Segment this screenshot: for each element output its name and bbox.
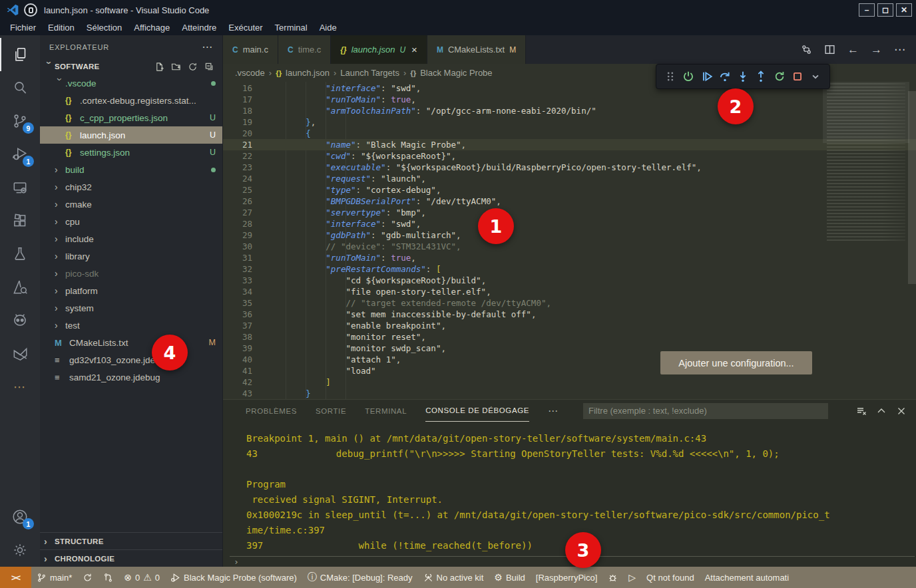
tree-item-c-cpp-properties-json[interactable]: {}c_cpp_properties.jsonU [40,109,222,126]
new-folder-icon[interactable] [171,62,181,72]
menu-terminal[interactable]: Terminal [269,21,314,34]
activity-run-debug[interactable]: 1 [0,138,40,171]
tab-launch-json[interactable]: {} launch.json U × [331,35,427,64]
kit-status[interactable]: No active kit [418,573,489,583]
compare-button[interactable] [98,573,118,583]
add-configuration-button[interactable]: Ajouter une configuration... [660,351,812,374]
menu-fichier[interactable]: Fichier [4,21,42,34]
activity-search[interactable] [0,71,40,104]
sidebar-more-icon[interactable]: ⋯ [202,41,213,53]
editor-scrollbar[interactable] [908,91,916,284]
maximize-button[interactable]: ◻ [877,3,893,17]
activity-more[interactable]: ⋯ [0,370,40,404]
debug-filter-input[interactable] [583,403,828,419]
code-line-28[interactable]: 28 "interface": "swd", [223,218,916,229]
section-structure[interactable]: › STRUCTURE [40,532,222,549]
code-line-30[interactable]: 30 // "device": "STM32L431VC", [223,241,916,252]
attach-status[interactable]: Attachement automati [700,573,794,583]
debug-power-button[interactable] [680,67,696,86]
activity-account[interactable]: 1 [0,500,40,533]
debug-target-status[interactable]: Black Magic Probe (software) [165,573,302,583]
launch-button[interactable]: ▷ [623,572,641,583]
tree-item-chip32[interactable]: ›chip32 [40,178,222,196]
remote-indicator[interactable]: >< [0,567,31,588]
tree-item-launch-json[interactable]: {}launch.jsonU [40,126,222,144]
debug-button[interactable] [602,573,623,583]
activity-explorer[interactable] [0,38,40,71]
code-line-29[interactable]: 29 "gdbPath": "gdb-multiarch", [223,229,916,241]
code-line-23[interactable]: 23 "executable": "${workspaceRoot}/build… [223,162,916,173]
tree-item-pico-sdk[interactable]: ›pico-sdk [40,265,222,282]
section-software[interactable]: › SOFTWARE [40,59,222,74]
tree-item--vscode[interactable]: ›.vscode [40,74,222,92]
debug-restart-button[interactable] [772,67,788,86]
toolbar-more-button[interactable] [807,67,823,86]
debug-step-out-button[interactable] [753,67,769,86]
code-line-31[interactable]: 31 "runToMain": true, [223,252,916,263]
tree-item-cpu[interactable]: ›cpu [40,213,222,230]
code-line-22[interactable]: 22 "cwd": "${workspaceRoot}", [223,150,916,162]
code-line-19[interactable]: 19 }, [223,116,916,128]
code-line-25[interactable]: 25 "type": "cortex-debug", [223,184,916,196]
activity-cmake[interactable] [0,271,40,304]
new-file-icon[interactable] [154,62,164,72]
code-line-36[interactable]: 36 "set mem inaccessible-by-default off"… [223,309,916,320]
code-line-24[interactable]: 24 "request": "launch", [223,173,916,184]
activity-platformio[interactable] [0,304,40,337]
code-line-32[interactable]: 32 "preRestartCommands": [ [223,263,916,275]
tree-item--cortex-debug-registers-stat-[interactable]: {}.cortex-debug.registers.stat... [40,92,222,109]
activity-visual-studio[interactable] [0,337,40,370]
code-line-43[interactable]: 43 } [223,388,916,399]
git-branch-status[interactable]: main* [31,573,77,583]
code-line-21[interactable]: 21 "name": "Black Magic Probe", [223,139,916,150]
breadcrumb-vscode[interactable]: .vscode [235,68,265,78]
code-line-35[interactable]: 35 // "target extended-remote /dev/ttyAC… [223,297,916,309]
debug-stop-button[interactable] [790,67,805,86]
back-icon[interactable]: ← [847,43,859,57]
cmake-status[interactable]: ⓘ CMake: [Debug]: Ready [302,571,418,583]
menu-selection[interactable]: Sélection [81,21,128,34]
close-panel-icon[interactable] [896,406,907,416]
forward-icon[interactable]: → [871,43,882,57]
open-changes-icon[interactable] [801,44,812,55]
code-line-18[interactable]: 18 "armToolchainPath": "/opt/gcc-arm-non… [223,105,916,116]
activity-source-control[interactable]: 9 [0,104,40,138]
split-editor-icon[interactable] [824,44,835,55]
minimize-button[interactable]: – [859,3,875,17]
tree-item-platform[interactable]: ›platform [40,282,222,299]
tree-item-samd21-ozone-jdebug[interactable]: ≡samd21_ozone.jdebug [40,368,222,386]
close-icon[interactable]: × [411,44,417,55]
toolbar-drag-grip[interactable] [662,67,678,86]
debug-step-over-button[interactable] [717,67,733,86]
breadcrumb-launch-json[interactable]: launch.json [286,68,330,78]
tab-terminal[interactable]: TERMINAL [365,400,407,422]
build-variant[interactable]: [RaspberryPico] [531,573,602,583]
tree-item-test[interactable]: ›test [40,317,222,334]
console-output[interactable]: Breakpoint 1, main () at /mnt/data/git/o… [223,422,916,556]
tree-item-library[interactable]: ›library [40,247,222,265]
code-line-38[interactable]: 38 "monitor reset", [223,331,916,343]
tree-item-gd32vf103-ozone-jdebug[interactable]: ≡gd32vf103_ozone.jdebug [40,351,222,368]
collapse-all-icon[interactable] [204,62,214,72]
tree-item-cmake[interactable]: ›cmake [40,196,222,213]
code-line-20[interactable]: 20 { [223,128,916,139]
qt-status[interactable]: Qt not found [641,573,700,583]
breadcrumb-launch-targets[interactable]: Launch Targets [340,68,399,78]
tab-main-c[interactable]: C main.c [223,35,278,64]
code-line-26[interactable]: 26 "BMPGDBSerialPort": "/dev/ttyACM0", [223,196,916,207]
menu-affichage[interactable]: Affichage [128,21,176,34]
maximize-panel-icon[interactable] [876,406,887,416]
tab-sortie[interactable]: SORTIE [316,400,346,422]
tab-console-debogage[interactable]: CONSOLE DE DÉBOGAGE [425,400,529,422]
clear-console-icon[interactable] [856,406,867,416]
code-line-17[interactable]: 17 "runToMain": true, [223,94,916,105]
build-button[interactable]: ⚙ Build [489,572,530,583]
menu-atteindre[interactable]: Atteindre [176,21,222,34]
close-button[interactable]: ✕ [896,3,912,17]
code-line-27[interactable]: 27 "servertype": "bmp", [223,207,916,218]
breadcrumb-black-magic-probe[interactable]: Black Magic Probe [420,68,492,78]
menu-edition[interactable]: Edition [42,21,81,34]
tab-problemes[interactable]: PROBLÈMES [246,400,297,422]
tab-cmakelists[interactable]: M CMakeLists.txt M [427,35,526,64]
menu-executer[interactable]: Exécuter [222,21,268,34]
